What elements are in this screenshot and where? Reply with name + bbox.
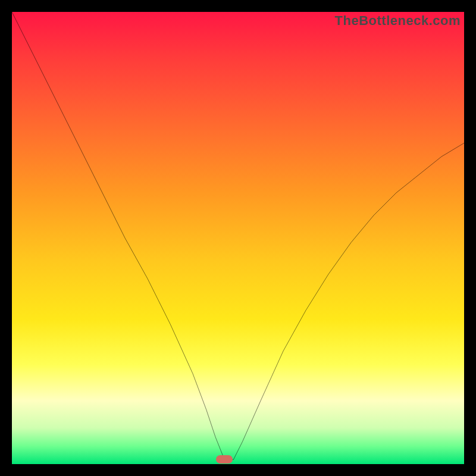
chart-frame: TheBottleneck.com bbox=[0, 0, 476, 476]
plot-area: TheBottleneck.com bbox=[12, 12, 464, 464]
curve-path bbox=[12, 12, 464, 459]
optimal-point-marker bbox=[216, 455, 233, 464]
bottleneck-curve bbox=[12, 12, 464, 464]
